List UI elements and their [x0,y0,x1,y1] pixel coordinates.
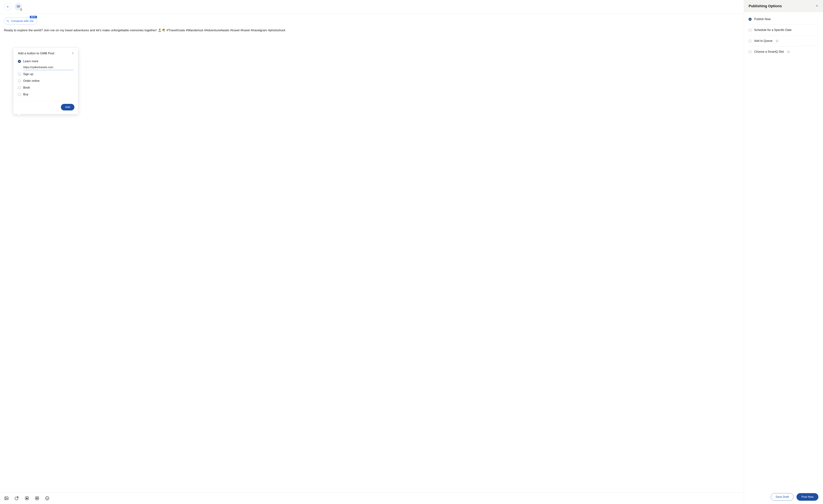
svg-line-11 [37,497,38,499]
link-arrow-icon [14,496,19,501]
help-icon[interactable]: ? [787,50,790,53]
radio-icon [18,79,21,82]
publish-option-add-to-queue[interactable]: Add to Queue ? [748,35,819,46]
compose-with-zia-button[interactable]: BETA Compose with Zia [4,18,37,24]
gmb-button-trigger[interactable] [24,496,29,501]
radio-icon [749,50,752,53]
hashtag-icon [35,496,39,501]
publish-option-label: Add to Queue [754,39,773,43]
compose-controls: BETA Compose with Zia [0,14,744,26]
gmb-option-label: Order online [23,79,39,82]
smile-icon [45,496,49,501]
gmb-option-order-online[interactable]: Order online [18,77,73,84]
gmb-add-button[interactable]: Add [61,104,74,111]
radio-icon [749,39,752,42]
radio-icon [18,93,21,96]
compose-toolbar [0,492,744,504]
post-now-button[interactable]: Post Now [797,493,818,501]
image-icon [4,496,9,501]
sidebar-title: Publishing Options [749,4,782,8]
footer-actions: Save Draft Post Now [771,493,818,501]
gmb-option-sign-up[interactable]: Sign up [18,71,73,77]
gmb-url-input[interactable] [23,65,73,70]
radio-icon [749,29,752,32]
publish-option-schedule[interactable]: Schedule for a Specific Date [748,25,819,35]
help-icon[interactable]: ? [776,40,778,42]
media-picker-button[interactable] [4,496,9,501]
channel-topbar [0,0,744,14]
close-icon [815,4,818,7]
add-channel-button[interactable] [4,3,11,11]
svg-point-15 [46,498,47,498]
google-badge-icon [19,8,23,11]
wand-icon [6,20,9,23]
gmb-icon [24,496,29,501]
gmb-option-label: Buy [23,93,28,96]
close-icon [71,52,74,54]
compose-with-zia-label: Compose with Zia [11,19,33,23]
publishing-sidebar: Publishing Options Publish Now Schedule … [744,0,823,504]
gmb-option-book[interactable]: Book [18,84,73,91]
gmb-option-label: Sign up [23,72,33,76]
connected-account-chip[interactable] [14,3,22,11]
gmb-option-learn-more[interactable]: Learn more [18,58,73,65]
sidebar-close-button[interactable] [815,4,818,8]
svg-point-2 [19,6,19,7]
publish-option-publish-now[interactable]: Publish Now [748,14,819,25]
save-draft-button[interactable]: Save Draft [771,493,794,501]
emoji-picker-button[interactable] [45,496,50,501]
radio-icon [18,86,21,89]
publish-option-smartq[interactable]: Choose a SmartQ Slot ? [748,46,819,57]
radio-icon [18,60,21,63]
svg-point-14 [46,497,49,500]
publish-option-label: Choose a SmartQ Slot [754,50,784,53]
gmb-option-label: Learn more [23,59,38,63]
gmb-button-popover: Add a button to GMB Post Learn more Sign… [13,48,78,114]
post-text-area[interactable]: Ready to explore the world? Join me on m… [0,26,744,36]
radio-icon [18,73,21,76]
popover-title: Add a button to GMB Post [18,51,54,55]
publish-option-label: Publish Now [754,17,771,21]
hashtag-picker-button[interactable] [34,496,39,501]
svg-point-6 [6,498,6,498]
gmb-option-label: Book [23,86,30,90]
gmb-option-buy[interactable]: Buy [18,91,73,98]
popover-close-button[interactable] [71,51,74,55]
beta-badge: BETA [30,16,37,18]
link-shortener-button[interactable] [14,496,19,501]
publish-option-label: Schedule for a Specific Date [754,28,792,32]
radio-icon [749,18,752,21]
svg-rect-9 [35,497,39,500]
